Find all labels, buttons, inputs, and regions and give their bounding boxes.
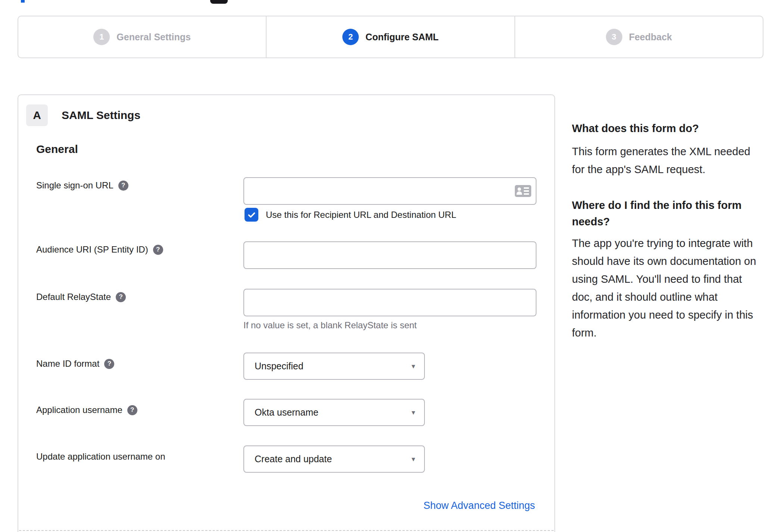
sso-url-input[interactable] xyxy=(243,177,536,205)
contact-card-icon[interactable] xyxy=(515,185,531,197)
relay-state-label: Default RelayState ? xyxy=(36,292,126,302)
audience-uri-input[interactable] xyxy=(243,241,536,269)
sso-url-label: Single sign-on URL ? xyxy=(36,180,128,191)
section-title-general: General xyxy=(36,143,78,156)
name-id-format-label: Name ID format ? xyxy=(36,359,114,369)
sidebar-answer-what: This form generates the XML needed for t… xyxy=(572,143,781,178)
chevron-down-icon: ▾ xyxy=(411,455,415,463)
saml-settings-panel: A SAML Settings General Single sign-on U… xyxy=(18,94,555,532)
audience-uri-label-text: Audience URI (SP Entity ID) xyxy=(36,244,148,255)
sidebar-question-what: What does this form do? xyxy=(572,120,781,137)
step-configure-saml[interactable]: 2 Configure SAML xyxy=(266,16,514,57)
panel-title: SAML Settings xyxy=(62,104,140,126)
step-number-badge: 1 xyxy=(93,29,110,45)
help-icon[interactable]: ? xyxy=(104,359,114,369)
relay-state-input[interactable] xyxy=(243,289,536,316)
relay-state-hint: If no value is set, a blank RelayState i… xyxy=(243,320,417,331)
help-icon[interactable]: ? xyxy=(153,245,163,255)
step-number-badge: 2 xyxy=(342,29,359,45)
wizard-stepper: 1 General Settings 2 Configure SAML 3 Fe… xyxy=(18,16,763,58)
update-username-label-text: Update application username on xyxy=(36,451,165,462)
recipient-url-checkbox-row: Use this for Recipient URL and Destinati… xyxy=(245,208,456,222)
application-username-label: Application username ? xyxy=(36,405,137,415)
recipient-url-checkbox-label: Use this for Recipient URL and Destinati… xyxy=(266,210,456,220)
name-id-format-select[interactable]: Unspecified ▾ xyxy=(243,353,425,380)
chevron-down-icon: ▾ xyxy=(411,362,415,370)
section-badge-a: A xyxy=(26,104,48,126)
help-icon[interactable]: ? xyxy=(118,181,128,191)
application-username-label-text: Application username xyxy=(36,405,122,415)
configure-saml-page: 1 General Settings 2 Configure SAML 3 Fe… xyxy=(0,0,781,532)
audience-uri-label: Audience URI (SP Entity ID) ? xyxy=(36,244,163,255)
step-label: General Settings xyxy=(116,32,191,43)
sidebar-answer-where: The app you're trying to integrate with … xyxy=(572,234,781,342)
name-id-format-label-text: Name ID format xyxy=(36,359,99,369)
sidebar-question-where: Where do I find the info this form needs… xyxy=(572,197,781,230)
name-id-format-value: Unspecified xyxy=(255,361,411,372)
application-username-value: Okta username xyxy=(255,407,411,418)
step-label: Configure SAML xyxy=(365,32,439,43)
help-sidebar: What does this form do? This form genera… xyxy=(572,120,781,342)
step-number-badge: 3 xyxy=(606,29,622,45)
step-general-settings[interactable]: 1 General Settings xyxy=(18,16,266,57)
update-username-label: Update application username on xyxy=(36,451,165,462)
checkmark-icon xyxy=(247,210,256,220)
help-icon[interactable]: ? xyxy=(116,292,126,302)
recipient-url-checkbox[interactable] xyxy=(245,208,258,222)
step-label: Feedback xyxy=(629,32,672,43)
help-icon[interactable]: ? xyxy=(127,405,137,415)
show-advanced-settings-link[interactable]: Show Advanced Settings xyxy=(423,500,535,511)
sso-url-label-text: Single sign-on URL xyxy=(36,180,113,191)
update-username-select[interactable]: Create and update ▾ xyxy=(243,445,425,473)
update-username-value: Create and update xyxy=(255,454,411,464)
clipped-header-fragment-dark xyxy=(210,0,228,4)
application-username-select[interactable]: Okta username ▾ xyxy=(243,399,425,426)
chevron-down-icon: ▾ xyxy=(411,408,415,417)
clipped-header-fragment-blue xyxy=(21,0,25,3)
section-divider xyxy=(19,530,554,531)
relay-state-label-text: Default RelayState xyxy=(36,292,111,302)
sso-url-input-wrap xyxy=(243,177,536,205)
step-feedback[interactable]: 3 Feedback xyxy=(514,16,763,57)
